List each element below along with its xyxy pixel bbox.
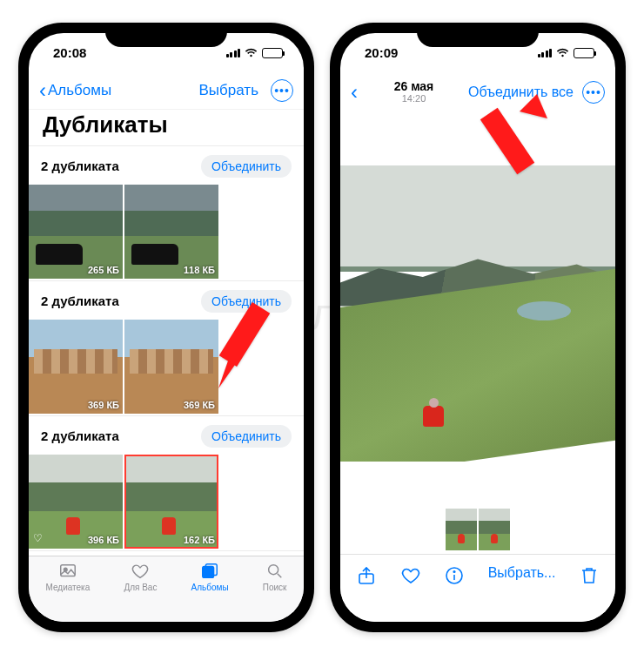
- merge-button[interactable]: Объединить: [201, 425, 292, 448]
- duplicate-group: 2 дубликатаОбъединить396 КБ♡162 КБ: [29, 415, 304, 550]
- merge-button[interactable]: Объединить: [201, 155, 292, 178]
- detail-nav: ‹ 26 мая 14:20 Объединить все •••: [340, 73, 615, 111]
- trash-icon[interactable]: [579, 565, 600, 586]
- tab-label: Альбомы: [191, 583, 229, 592]
- svg-point-11: [453, 570, 455, 572]
- photo-thumbnail[interactable]: 118 КБ: [124, 185, 218, 279]
- back-button[interactable]: ‹: [351, 82, 358, 103]
- heart-icon[interactable]: [400, 565, 421, 586]
- tab-albums[interactable]: Альбомы: [191, 562, 229, 622]
- tab-foryou[interactable]: Для Вас: [124, 562, 157, 622]
- photo-thumbnail[interactable]: 265 КБ: [29, 185, 123, 279]
- more-button[interactable]: •••: [271, 79, 293, 102]
- status-time: 20:09: [365, 45, 398, 60]
- select-button[interactable]: Выбрать: [199, 82, 258, 99]
- nav-bar: ‹ Альбомы Выбрать •••: [29, 73, 304, 110]
- tab-label: Медиатека: [46, 583, 91, 592]
- wifi-icon: [245, 48, 258, 57]
- tab-label: Для Вас: [124, 583, 157, 592]
- signal-icon: [538, 49, 553, 57]
- search-icon: [264, 562, 286, 581]
- share-icon[interactable]: [356, 565, 377, 586]
- foryou-icon: [129, 562, 151, 581]
- photo-thumbnail[interactable]: 369 КБ: [29, 320, 123, 414]
- photo-thumbnail[interactable]: 162 КБ: [124, 455, 218, 549]
- more-button[interactable]: •••: [582, 81, 605, 104]
- back-label: Альбомы: [48, 82, 111, 99]
- wifi-icon: [556, 48, 569, 57]
- ellipsis-icon: •••: [274, 84, 290, 98]
- svg-point-4: [268, 564, 278, 574]
- select-button[interactable]: Выбрать...: [488, 565, 556, 581]
- signal-icon: [226, 49, 241, 57]
- photo-date: 26 мая 14:20: [394, 80, 434, 104]
- tab-search[interactable]: Поиск: [263, 562, 287, 622]
- albums-icon: [198, 562, 221, 581]
- notch: [105, 23, 227, 47]
- photo-thumbnail[interactable]: 369 КБ: [124, 320, 218, 414]
- svg-line-5: [277, 573, 281, 577]
- battery-icon: [574, 48, 594, 58]
- phone-left: 20:08 ‹ Альбомы Выбрать •••: [18, 23, 314, 632]
- tab-bar: МедиатекаДля ВасАльбомыПоиск: [29, 556, 304, 622]
- battery-icon: [262, 48, 283, 58]
- thumbnail-strip[interactable]: [340, 505, 615, 554]
- file-size-label: 265 КБ: [88, 265, 119, 275]
- tab-library[interactable]: Медиатека: [46, 562, 91, 622]
- ellipsis-icon: •••: [586, 85, 601, 99]
- file-size-label: 369 КБ: [88, 400, 119, 410]
- merge-all-button[interactable]: Объединить все: [468, 84, 574, 100]
- photo-thumbnail[interactable]: 396 КБ♡: [29, 455, 123, 549]
- svg-rect-2: [203, 566, 214, 577]
- file-size-label: 162 КБ: [184, 535, 215, 545]
- photo-viewer[interactable]: [340, 165, 615, 462]
- duplicate-group: 2 дубликатаОбъединить265 КБ118 КБ: [29, 145, 304, 280]
- duplicate-group: 2 дубликатаОбъединить369 КБ369 КБ: [29, 280, 304, 415]
- file-size-label: 369 КБ: [184, 400, 215, 410]
- group-label: 2 дубликата: [41, 293, 119, 308]
- group-label: 2 дубликата: [41, 158, 119, 173]
- page-title: Дубликаты: [43, 111, 290, 138]
- phone-right: 20:09 ‹ 26 мая 14:20 Объединить все •••: [330, 23, 626, 632]
- duplicates-content[interactable]: 2 дубликатаОбъединить265 КБ118 КБ2 дубли…: [29, 145, 304, 556]
- tab-label: Поиск: [263, 583, 287, 592]
- status-time: 20:08: [53, 45, 86, 60]
- file-size-label: 118 КБ: [184, 265, 215, 275]
- toolbar: Выбрать...: [340, 554, 615, 622]
- info-icon[interactable]: [444, 565, 465, 586]
- chevron-left-icon: ‹: [39, 80, 46, 101]
- group-label: 2 дубликата: [41, 428, 119, 443]
- file-size-label: 396 КБ: [88, 535, 119, 545]
- notch: [417, 23, 539, 47]
- merge-button[interactable]: Объединить: [201, 290, 292, 313]
- library-icon: [57, 562, 79, 581]
- favorite-icon: ♡: [33, 532, 43, 544]
- back-button[interactable]: ‹ Альбомы: [39, 80, 111, 101]
